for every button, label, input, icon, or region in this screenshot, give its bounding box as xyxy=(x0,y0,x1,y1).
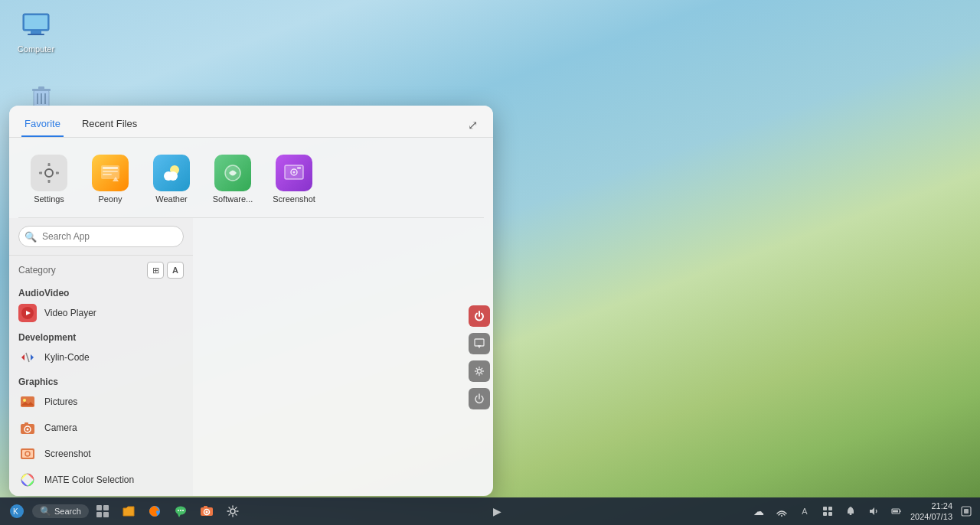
fav-peony-label: Peony xyxy=(98,194,122,204)
play-button[interactable]: ▶ xyxy=(485,501,509,522)
settings-taskbar-button[interactable] xyxy=(220,501,245,522)
svg-rect-71 xyxy=(823,512,827,516)
svg-point-27 xyxy=(293,171,296,174)
camera-taskbar-button[interactable] xyxy=(194,501,219,522)
list-view-btn[interactable]: A xyxy=(167,262,184,279)
start-button[interactable]: K xyxy=(5,501,29,522)
fav-peony[interactable]: Peony xyxy=(83,150,138,208)
clock-time: 21:24 xyxy=(910,501,952,511)
app-kolourpaint[interactable]: KolourPaint xyxy=(9,493,193,496)
notifications-icon[interactable] xyxy=(841,502,860,520)
svg-rect-79 xyxy=(964,509,969,514)
display-btn[interactable] xyxy=(469,333,490,354)
fav-weather-label: Weather xyxy=(155,194,187,204)
camera-icon xyxy=(18,419,37,437)
multitask-button[interactable] xyxy=(90,501,115,522)
chat-button[interactable] xyxy=(168,501,193,522)
network-taskbar-icon[interactable] xyxy=(773,502,791,520)
search-input[interactable] xyxy=(18,226,184,247)
apps-grid-taskbar[interactable] xyxy=(818,502,837,520)
sidebar: 🔍 Category ⊞ A AudioVideo xyxy=(9,218,193,496)
tab-favorite[interactable]: Favorite xyxy=(21,113,64,137)
svg-point-68 xyxy=(781,515,782,517)
screenshot-icon xyxy=(18,445,37,463)
battery-icon[interactable] xyxy=(887,502,906,520)
settings-side-btn[interactable] xyxy=(469,360,490,382)
svg-rect-16 xyxy=(103,167,118,169)
svg-rect-18 xyxy=(103,174,112,175)
search-container: 🔍 xyxy=(9,218,193,256)
screenshot-fav-icon xyxy=(276,155,312,191)
video-player-label: Video Player xyxy=(44,308,96,318)
pictures-icon xyxy=(18,393,37,411)
fav-settings-label: Settings xyxy=(34,194,64,204)
svg-text:K: K xyxy=(13,507,18,516)
computer-desktop-icon[interactable]: Computer xyxy=(9,9,63,54)
svg-point-60 xyxy=(178,510,179,511)
fav-screenshot-label: Screenshot xyxy=(273,194,315,204)
app-pictures[interactable]: Pictures xyxy=(9,389,193,415)
software-icon xyxy=(214,155,251,191)
taskbar-search-icon: 🔍 xyxy=(40,506,51,517)
category-label: Category xyxy=(18,265,56,276)
svg-point-62 xyxy=(182,510,184,511)
volume-icon[interactable] xyxy=(864,502,883,520)
category-icons: ⊞ A xyxy=(147,262,184,279)
svg-rect-56 xyxy=(103,512,109,517)
weather-taskbar-icon[interactable]: ☁ xyxy=(750,502,768,520)
app-mate-color[interactable]: MATE Color Selection xyxy=(9,467,193,493)
section-graphics: Graphics xyxy=(9,370,193,389)
right-panel xyxy=(193,218,493,496)
expand-button[interactable]: ⤢ xyxy=(465,115,481,135)
taskbar-right: ☁ A xyxy=(750,501,975,523)
desktop: Computer Trash Favorite Recent Files ⤢ xyxy=(0,0,980,525)
firefox-taskbar-button[interactable] xyxy=(142,501,167,522)
svg-rect-76 xyxy=(893,510,898,513)
svg-rect-53 xyxy=(96,505,102,510)
app-screenshot[interactable]: Screenshot xyxy=(9,441,193,467)
clock-date: 2024/07/13 xyxy=(910,511,952,522)
section-development: Development xyxy=(9,326,193,344)
fav-weather[interactable]: Weather xyxy=(144,150,199,208)
computer-label: Computer xyxy=(18,44,54,54)
svg-rect-6 xyxy=(38,86,44,90)
fav-screenshot[interactable]: Screenshot xyxy=(266,150,322,208)
fav-settings[interactable]: Settings xyxy=(21,150,77,208)
app-video-player[interactable]: Video Player xyxy=(9,300,193,326)
shutdown-btn[interactable] xyxy=(469,388,490,409)
svg-rect-73 xyxy=(849,514,851,515)
taskbar: K 🔍 Search xyxy=(0,497,980,525)
power-btn[interactable] xyxy=(469,305,490,327)
svg-rect-2 xyxy=(31,31,41,34)
svg-rect-11 xyxy=(48,163,51,166)
computer-icon xyxy=(20,9,52,41)
kylin-code-icon xyxy=(18,348,37,367)
taskbar-search[interactable]: 🔍 Search xyxy=(32,504,89,518)
fav-software[interactable]: Software... xyxy=(205,150,260,208)
svg-rect-66 xyxy=(204,506,207,508)
svg-rect-47 xyxy=(475,339,484,346)
svg-point-65 xyxy=(205,511,207,514)
svg-rect-14 xyxy=(56,172,59,174)
grid-view-btn[interactable]: ⊞ xyxy=(147,262,164,279)
svg-rect-72 xyxy=(828,512,832,516)
menu-body: 🔍 Category ⊞ A AudioVideo xyxy=(9,218,493,496)
app-kylin-code[interactable]: Kylin-Code xyxy=(9,344,193,370)
svg-point-50 xyxy=(478,369,482,373)
keyboard-taskbar-icon[interactable]: A xyxy=(795,502,814,520)
camera-label: Camera xyxy=(44,422,77,433)
svg-rect-12 xyxy=(48,180,51,183)
svg-rect-54 xyxy=(103,505,109,510)
svg-rect-17 xyxy=(103,171,118,172)
svg-point-10 xyxy=(45,169,53,177)
kylin-code-label: Kylin-Code xyxy=(44,352,90,363)
app-camera[interactable]: Camera xyxy=(9,415,193,441)
svg-rect-3 xyxy=(28,34,44,35)
settings-icon xyxy=(31,155,67,191)
weather-icon xyxy=(153,155,190,191)
tab-recent[interactable]: Recent Files xyxy=(79,113,140,137)
filemanager-button[interactable] xyxy=(116,501,141,522)
screen-record-icon[interactable] xyxy=(957,502,975,520)
svg-rect-55 xyxy=(96,512,102,517)
peony-icon xyxy=(92,155,129,191)
